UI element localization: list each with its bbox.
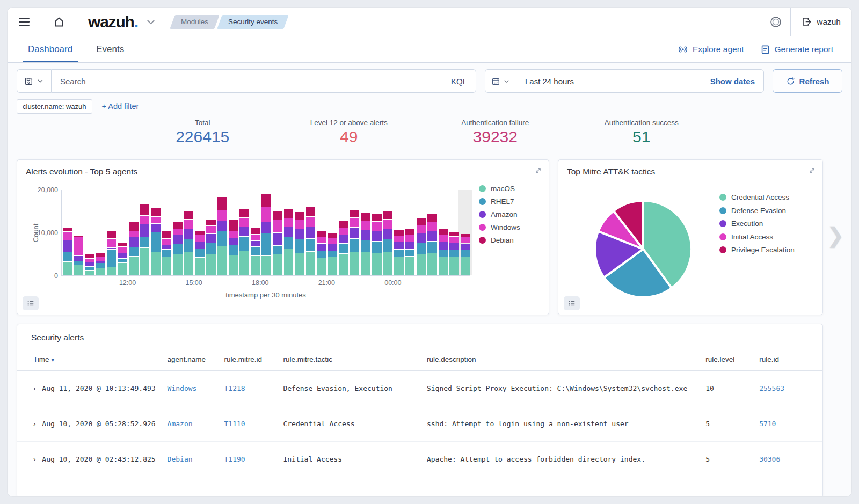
agent-link[interactable]: Debian bbox=[168, 455, 193, 463]
cell-rule-description: sshd: Attempt to login using a non-exist… bbox=[423, 406, 701, 442]
saved-queries-button[interactable] bbox=[17, 69, 51, 93]
tab-events[interactable]: Events bbox=[91, 36, 129, 62]
legend-dot-icon bbox=[479, 237, 486, 244]
legend-label: Defense Evasion bbox=[731, 207, 786, 215]
legend-dot-icon bbox=[479, 224, 486, 231]
bar-segment-Windows bbox=[439, 235, 448, 242]
cell-time: ›Aug 11, 2020 @ 10:13:49.493 bbox=[17, 371, 163, 406]
column-time[interactable]: Time▾ bbox=[17, 352, 163, 371]
home-button[interactable] bbox=[41, 8, 77, 36]
legend-label: macOS bbox=[491, 185, 515, 193]
expand-icon[interactable] bbox=[534, 166, 542, 174]
kql-toggle[interactable]: KQL bbox=[442, 77, 476, 86]
bar-segment-Debian bbox=[63, 228, 72, 232]
cell-time: ›Aug 10, 2020 @ 05:28:52.926 bbox=[17, 406, 163, 442]
legend-item-privilege-escalation[interactable]: Privilege Escalation bbox=[719, 246, 795, 254]
bar-segment-Windows bbox=[461, 237, 470, 243]
bar-segment-RHEL7 bbox=[273, 246, 282, 254]
generate-report-button[interactable]: Generate report bbox=[760, 45, 833, 55]
rule-id-link[interactable]: 255563 bbox=[759, 384, 784, 392]
bar-segment-macOS bbox=[295, 253, 304, 275]
logout-button[interactable]: wazuh bbox=[791, 8, 851, 36]
header-spacer bbox=[297, 8, 761, 36]
rule-id-link[interactable]: 5710 bbox=[759, 420, 776, 428]
stat-level-12: Level 12 or above alerts 49 bbox=[276, 119, 423, 153]
agent-link[interactable]: Amazon bbox=[168, 420, 193, 428]
breadcrumb-modules[interactable]: Modules bbox=[170, 15, 219, 29]
bar-segment-RHEL7 bbox=[195, 249, 205, 257]
cell-rule-level: 5 bbox=[701, 442, 755, 477]
mitre-id-link[interactable]: T1218 bbox=[224, 384, 245, 392]
time-range-value[interactable]: Last 24 hours bbox=[516, 77, 574, 86]
expand-row-icon[interactable]: › bbox=[33, 420, 35, 428]
legend-item-debian[interactable]: Debian bbox=[479, 236, 520, 244]
health-check-button[interactable] bbox=[761, 8, 790, 36]
legend-item-windows[interactable]: Windows bbox=[479, 223, 520, 231]
expand-row-icon[interactable]: › bbox=[33, 384, 35, 392]
legend-item-initial-access[interactable]: Initial Access bbox=[719, 233, 795, 241]
legend-dot-icon bbox=[479, 211, 486, 218]
bar-segment-Amazon bbox=[261, 222, 271, 233]
breadcrumb-security-events[interactable]: Security events bbox=[217, 15, 289, 29]
bar-segment-Amazon bbox=[85, 262, 94, 266]
legend-dot-icon bbox=[719, 194, 726, 201]
show-dates-button[interactable]: Show dates bbox=[710, 77, 763, 86]
cell-rule-mitre-tactic: Defense Evasion, Execution bbox=[279, 371, 423, 406]
bar-segment-Debian bbox=[405, 229, 414, 235]
wazuh-logo[interactable]: wazuh. bbox=[88, 13, 138, 31]
mitre-id-link[interactable]: T1110 bbox=[224, 420, 245, 428]
table-row[interactable]: ›Aug 10, 2020 @ 05:28:52.926AmazonT1110C… bbox=[17, 406, 822, 442]
add-filter-button[interactable]: + Add filter bbox=[102, 102, 139, 111]
expand-icon[interactable] bbox=[808, 166, 816, 174]
tab-dashboard[interactable]: Dashboard bbox=[23, 36, 78, 62]
table-row[interactable]: ›Aug 11, 2020 @ 10:13:49.493WindowsT1218… bbox=[17, 371, 822, 406]
bar-segment-Amazon bbox=[162, 245, 171, 249]
bar-segment-Debian bbox=[295, 212, 304, 220]
legend-item-defense-evasion[interactable]: Defense Evasion bbox=[719, 207, 795, 215]
table-row[interactable]: ›Aug 10, 2020 @ 02:43:12.825DebianT1190I… bbox=[17, 442, 822, 477]
bar-segment-Debian bbox=[317, 231, 326, 237]
inspect-data-button[interactable] bbox=[564, 296, 580, 310]
calendar-button[interactable] bbox=[485, 70, 516, 92]
chevron-down-icon[interactable] bbox=[145, 17, 156, 27]
mitre-id-link[interactable]: T1190 bbox=[224, 455, 245, 463]
bar-segment-Debian bbox=[217, 197, 227, 209]
bar-segment-Windows bbox=[449, 237, 458, 243]
panel-mitre-tactics: Top Mitre ATT&K tactics Credential Acces… bbox=[558, 159, 823, 315]
bar-segment-Debian bbox=[184, 211, 193, 219]
bar-segment-Debian bbox=[140, 204, 149, 215]
bar-segment-Debian bbox=[417, 218, 426, 225]
pie-chart-legend: Credential AccessDefense EvasionExecutio… bbox=[719, 193, 795, 254]
legend-item-execution[interactable]: Execution bbox=[719, 220, 795, 228]
rule-id-link[interactable]: 30306 bbox=[759, 455, 780, 463]
bar-segment-Windows bbox=[107, 239, 116, 247]
bar-segment-Windows bbox=[394, 236, 403, 242]
legend-label: Privilege Escalation bbox=[731, 246, 795, 254]
cell-rule-id: 5710 bbox=[755, 406, 822, 442]
breadcrumb: Modules Security events bbox=[172, 15, 286, 29]
carousel-next-button[interactable]: ❯ bbox=[826, 223, 845, 247]
bar-segment-Windows bbox=[350, 218, 359, 228]
bar-segment-macOS bbox=[328, 257, 337, 275]
legend-item-amazon[interactable]: Amazon bbox=[479, 210, 520, 218]
bar-segment-macOS bbox=[383, 252, 392, 275]
agent-link[interactable]: Windows bbox=[168, 384, 197, 392]
bar-segment-macOS bbox=[261, 256, 271, 275]
legend-item-credential-access[interactable]: Credential Access bbox=[719, 193, 795, 201]
search-input[interactable] bbox=[52, 77, 442, 86]
bar-segment-Windows bbox=[328, 238, 337, 244]
bar-segment-Amazon bbox=[405, 242, 414, 249]
filter-pill-cluster-name[interactable]: cluster.name: wazuh bbox=[17, 99, 92, 114]
explore-agent-button[interactable]: Explore agent bbox=[678, 44, 744, 55]
panel-security-alerts: Security alerts Time▾ agent.name rule.mi… bbox=[17, 324, 823, 497]
bar-segment-Debian bbox=[361, 213, 370, 221]
legend-item-macos[interactable]: macOS bbox=[479, 185, 520, 193]
bar-segment-macOS bbox=[118, 263, 127, 275]
expand-row-icon[interactable]: › bbox=[33, 455, 35, 463]
inspect-data-button[interactable] bbox=[23, 296, 39, 310]
bar-segment-Amazon bbox=[461, 244, 470, 250]
bar-segment-macOS bbox=[461, 257, 470, 275]
menu-button[interactable] bbox=[8, 8, 41, 36]
refresh-button[interactable]: Refresh bbox=[773, 69, 842, 93]
legend-item-rhel7[interactable]: RHEL7 bbox=[479, 198, 520, 206]
